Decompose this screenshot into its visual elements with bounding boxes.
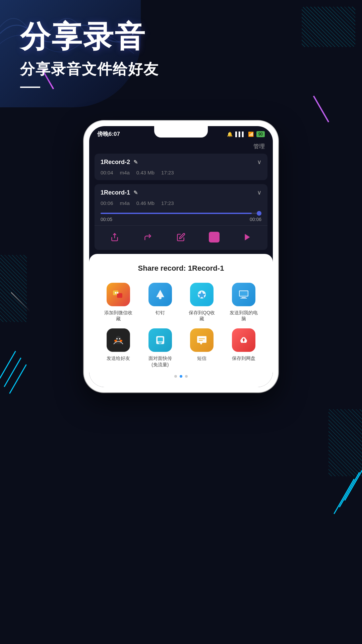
svg-point-5 [117, 292, 119, 294]
svg-point-18 [119, 338, 120, 339]
stop-button[interactable] [207, 230, 222, 245]
record-meta-2: 00:04 m4a 0.43 Mb 17:23 [95, 168, 267, 180]
page-dot-1 [174, 375, 177, 378]
svg-rect-22 [159, 343, 162, 344]
phone-screen: 傍晚6:07 🔔 ▌▌▌ 📶 90 管理 [89, 126, 273, 387]
svg-rect-12 [240, 298, 247, 299]
record-size-2: 0.43 Mb [136, 170, 155, 175]
share-item-wechat-fav[interactable]: 添加到微信收藏 [99, 283, 138, 322]
record-size-1: 0.46 Mb [136, 200, 155, 206]
svg-rect-20 [158, 337, 163, 341]
computer-label: 发送到我的电脑 [230, 310, 258, 322]
bg-dots-left [0, 255, 27, 322]
svg-marker-6 [156, 290, 164, 297]
svg-rect-21 [158, 342, 162, 343]
share-item-face-transfer[interactable]: 面对面快传(免流量) [141, 328, 180, 367]
share-item-cloud[interactable]: 保存到网盘 [225, 328, 263, 367]
qq-fav-label: 保存到QQ收藏 [189, 310, 215, 322]
chevron-down-icon-1[interactable]: ∨ [257, 189, 261, 196]
status-icons: 🔔 ▌▌▌ 📶 90 [227, 131, 265, 137]
app-header: 管理 [89, 140, 273, 154]
action-bar [95, 225, 267, 250]
share-sheet: Share record: 1Record-1 [89, 254, 273, 387]
dingding-icon [148, 283, 172, 306]
cloud-icon [232, 328, 255, 352]
share-button[interactable] [107, 230, 122, 245]
svg-point-16 [120, 340, 122, 342]
bg-line-cyan-r2 [339, 472, 360, 507]
record-time-1: 17:23 [161, 200, 174, 206]
stop-icon [209, 232, 220, 243]
status-time: 傍晚6:07 [97, 130, 120, 138]
progress-times: 00:05 00:06 [101, 217, 261, 222]
record-item-1[interactable]: 1Record-1 ✎ ∨ 00:06 m4a 0.46 Mb 17:23 [95, 184, 267, 250]
face-transfer-label: 面对面快传(免流量) [148, 355, 172, 367]
record-list: 1Record-2 ✎ ∨ 00:04 m4a 0.43 Mb 17:23 [89, 154, 273, 250]
hero-section: 分享录音 分享录音文件给好友 [20, 20, 159, 88]
progress-bar[interactable] [101, 213, 261, 214]
progress-thumb [257, 211, 261, 216]
send-friend-icon [107, 328, 130, 352]
record-item-1-header: 1Record-1 ✎ ∨ [95, 184, 267, 199]
svg-rect-23 [199, 338, 205, 339]
page-dot-2 [180, 375, 182, 378]
record-meta-1: 00:06 m4a 0.46 Mb 17:23 [95, 199, 267, 211]
wechat-fav-label: 添加到微信收藏 [104, 310, 132, 322]
computer-icon [232, 283, 255, 306]
svg-point-15 [114, 340, 117, 342]
svg-rect-13 [240, 291, 248, 296]
bg-line-cyan-r3 [334, 479, 355, 514]
app-content: 管理 1Record-2 ✎ ∨ 00: [89, 140, 273, 387]
bg-dots-right [328, 409, 362, 476]
share-item-send-friend[interactable]: 发送给好友 [99, 328, 138, 367]
hero-title: 分享录音 [20, 20, 159, 53]
share-item-sms[interactable]: 短信 [183, 328, 221, 367]
record-item-2[interactable]: 1Record-2 ✎ ∨ 00:04 m4a 0.43 Mb 17:23 [95, 154, 267, 180]
play-button[interactable] [240, 230, 255, 245]
svg-marker-1 [245, 234, 250, 240]
svg-rect-3 [117, 293, 122, 298]
face-transfer-icon [148, 328, 172, 352]
page-dot-3 [185, 375, 188, 378]
share-item-dingding[interactable]: 钉钉 [141, 283, 180, 322]
wechat-fav-icon [107, 283, 130, 306]
svg-point-7 [159, 297, 162, 299]
edit-icon-2[interactable]: ✎ [133, 159, 138, 165]
signal-icon: ▌▌▌ [235, 131, 245, 137]
bg-line-purple [313, 96, 329, 122]
svg-point-17 [116, 338, 118, 339]
bg-line-cyan2 [4, 358, 21, 387]
bg-dots-topright [302, 7, 355, 47]
phone-notch [154, 126, 208, 138]
page-dots [99, 371, 263, 380]
battery-icon: 90 [256, 131, 265, 137]
phone-frame: 傍晚6:07 🔔 ▌▌▌ 📶 90 管理 [84, 121, 278, 392]
record-duration-1: 00:06 [101, 200, 113, 206]
dingding-label: 钉钉 [156, 310, 165, 316]
qq-fav-icon [190, 283, 214, 306]
bg-line-cyan3 [9, 364, 27, 394]
edit-button[interactable] [174, 230, 188, 245]
share-grid: 添加到微信收藏 钉钉 [99, 283, 263, 368]
svg-rect-24 [199, 340, 203, 341]
forward-button[interactable] [140, 230, 155, 245]
sms-label: 短信 [197, 355, 206, 361]
record-format-1: m4a [120, 200, 130, 206]
progress-total-time: 00:06 [250, 217, 261, 222]
svg-point-4 [115, 292, 117, 294]
manage-button[interactable]: 管理 [253, 143, 265, 150]
record-time-2: 17:23 [161, 170, 174, 175]
chevron-down-icon-2[interactable]: ∨ [257, 158, 261, 166]
progress-fill [101, 213, 252, 214]
share-item-computer[interactable]: 发送到我的电脑 [225, 283, 263, 322]
edit-icon-1[interactable]: ✎ [133, 190, 138, 196]
share-item-qq-fav[interactable]: 保存到QQ收藏 [183, 283, 221, 322]
sms-icon [190, 328, 214, 352]
wifi-icon: 📶 [248, 131, 254, 137]
record-format-2: m4a [120, 170, 130, 175]
hero-subtitle: 分享录音文件给好友 [20, 59, 159, 79]
hero-underline [20, 87, 40, 88]
send-friend-label: 发送给好友 [107, 355, 130, 361]
bg-line-cyan1 [0, 351, 16, 380]
share-sheet-title: Share record: 1Record-1 [99, 264, 263, 273]
